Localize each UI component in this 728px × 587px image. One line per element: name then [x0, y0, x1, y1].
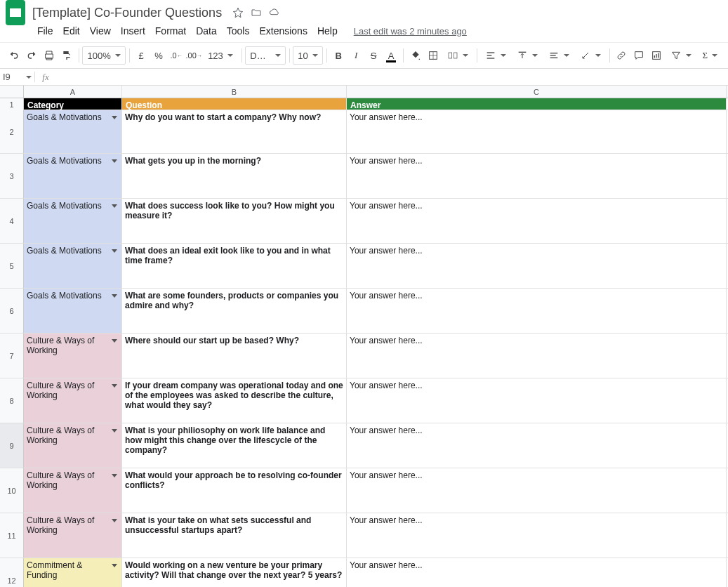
dropdown-chevron-icon[interactable]: [112, 159, 117, 163]
percent-button[interactable]: %: [150, 46, 167, 65]
paint-format-icon[interactable]: [58, 46, 75, 65]
bold-button[interactable]: B: [330, 46, 347, 65]
currency-button[interactable]: £: [133, 46, 150, 65]
name-box[interactable]: I9: [0, 72, 35, 82]
cell-answer[interactable]: Your answer here...: [347, 199, 727, 243]
cell-question[interactable]: Where should our start up be based? Why?: [122, 334, 347, 378]
cell-question[interactable]: What is your philiosophy on work life ba…: [122, 423, 347, 468]
menu-format[interactable]: Format: [150, 22, 191, 39]
cell-question[interactable]: What gets you up in the morning?: [122, 154, 347, 198]
cell-category[interactable]: Culture & Ways of Working: [24, 334, 122, 378]
row-header[interactable]: 10: [0, 468, 24, 513]
dropdown-chevron-icon[interactable]: [112, 519, 117, 522]
row-header[interactable]: 6: [0, 289, 24, 333]
row-header[interactable]: 12: [0, 558, 24, 587]
cell-answer[interactable]: Your answer here...: [347, 110, 727, 153]
cell-category[interactable]: Goals & Motivations: [24, 199, 122, 243]
merge-cells-dropdown[interactable]: [442, 46, 473, 65]
wrap-dropdown[interactable]: [543, 46, 574, 65]
row-header[interactable]: 8: [0, 378, 24, 423]
move-icon[interactable]: [250, 6, 263, 19]
zoom-dropdown[interactable]: 100%: [82, 46, 125, 65]
last-edit-link[interactable]: Last edit was 2 minutes ago: [354, 26, 467, 37]
dropdown-chevron-icon[interactable]: [112, 474, 117, 477]
menu-edit[interactable]: Edit: [58, 22, 85, 39]
menu-help[interactable]: Help: [312, 22, 343, 39]
menu-view[interactable]: View: [85, 22, 116, 39]
cell-answer[interactable]: Your answer here...: [347, 513, 727, 558]
cell-question[interactable]: Would working on a new venture be your p…: [122, 558, 347, 587]
cell-category[interactable]: Goals & Motivations: [24, 289, 122, 333]
undo-icon[interactable]: [6, 46, 22, 65]
cell-question[interactable]: Why do you want to start a company? Why …: [122, 110, 347, 153]
header-question[interactable]: Question: [122, 98, 347, 110]
cell-category[interactable]: Goals & Motivations: [24, 244, 122, 288]
number-format-dropdown[interactable]: 123: [203, 46, 238, 65]
menu-extensions[interactable]: Extensions: [254, 22, 312, 39]
menu-file[interactable]: File: [32, 22, 58, 39]
select-all-corner[interactable]: [0, 86, 24, 98]
cell-category[interactable]: Culture & Ways of Working: [24, 468, 122, 513]
formula-input[interactable]: [56, 69, 728, 85]
cloud-status-icon[interactable]: [268, 6, 281, 19]
dropdown-chevron-icon[interactable]: [112, 339, 117, 343]
link-button[interactable]: [613, 46, 630, 65]
comment-button[interactable]: [630, 46, 647, 65]
cell-category[interactable]: Goals & Motivations: [24, 154, 122, 198]
cell-category[interactable]: Commitment & Funding: [24, 558, 122, 587]
dropdown-chevron-icon[interactable]: [112, 249, 117, 253]
cell-answer[interactable]: Your answer here...: [347, 378, 727, 423]
row-header[interactable]: 5: [0, 244, 24, 288]
chart-button[interactable]: [648, 46, 665, 65]
menu-insert[interactable]: Insert: [116, 22, 150, 39]
cell-answer[interactable]: Your answer here...: [347, 423, 727, 468]
cell-question[interactable]: What are some founders, products or comp…: [122, 289, 347, 333]
cell-question[interactable]: What is your take on what sets successfu…: [122, 513, 347, 558]
borders-button[interactable]: [425, 46, 442, 65]
decrease-decimal-button[interactable]: .0←: [168, 46, 185, 65]
col-header-b[interactable]: B: [122, 86, 347, 98]
col-header-a[interactable]: A: [24, 86, 122, 98]
menu-data[interactable]: Data: [191, 22, 222, 39]
row-header[interactable]: 9: [0, 423, 24, 468]
cell-answer[interactable]: Your answer here...: [347, 289, 727, 333]
dropdown-chevron-icon[interactable]: [112, 294, 117, 298]
cell-question[interactable]: If your dream company was operational to…: [122, 378, 347, 423]
row-header[interactable]: 3: [0, 154, 24, 198]
cell-question[interactable]: What would your approach be to resolving…: [122, 468, 347, 513]
cell-answer[interactable]: Your answer here...: [347, 558, 727, 587]
sheets-logo-icon[interactable]: [6, 0, 25, 25]
h-align-dropdown[interactable]: [480, 46, 511, 65]
cell-answer[interactable]: Your answer here...: [347, 334, 727, 378]
row-header[interactable]: 1: [0, 98, 24, 110]
cell-question[interactable]: What does an ideal exit look like to you…: [122, 244, 347, 288]
strikethrough-button[interactable]: S: [365, 46, 382, 65]
fill-color-button[interactable]: [407, 46, 424, 65]
text-color-button[interactable]: A: [383, 46, 399, 65]
redo-icon[interactable]: [23, 46, 40, 65]
menu-tools[interactable]: Tools: [222, 22, 255, 39]
dropdown-chevron-icon[interactable]: [112, 564, 117, 567]
cell-answer[interactable]: Your answer here...: [347, 468, 727, 513]
cell-category[interactable]: Goals & Motivations: [24, 110, 122, 153]
cell-category[interactable]: Culture & Ways of Working: [24, 378, 122, 423]
v-align-dropdown[interactable]: [512, 46, 543, 65]
doc-title[interactable]: [Template] Co-Founder Questions: [32, 6, 222, 20]
row-header[interactable]: 2: [0, 110, 24, 153]
col-header-c[interactable]: C: [347, 86, 727, 98]
italic-button[interactable]: I: [348, 46, 364, 65]
dropdown-chevron-icon[interactable]: [112, 429, 117, 433]
rotate-dropdown[interactable]: [575, 46, 606, 65]
filter-dropdown[interactable]: [666, 46, 696, 65]
font-size-dropdown[interactable]: 10: [293, 46, 322, 65]
dropdown-chevron-icon[interactable]: [112, 116, 117, 119]
print-icon[interactable]: [41, 46, 58, 65]
row-header[interactable]: 4: [0, 199, 24, 243]
font-dropdown[interactable]: Default (Ari...: [245, 46, 286, 65]
header-category[interactable]: Category: [24, 98, 122, 110]
row-header[interactable]: 11: [0, 513, 24, 558]
cell-answer[interactable]: Your answer here...: [347, 154, 727, 198]
star-icon[interactable]: [232, 6, 244, 19]
cell-answer[interactable]: Your answer here...: [347, 244, 727, 288]
dropdown-chevron-icon[interactable]: [112, 384, 117, 388]
